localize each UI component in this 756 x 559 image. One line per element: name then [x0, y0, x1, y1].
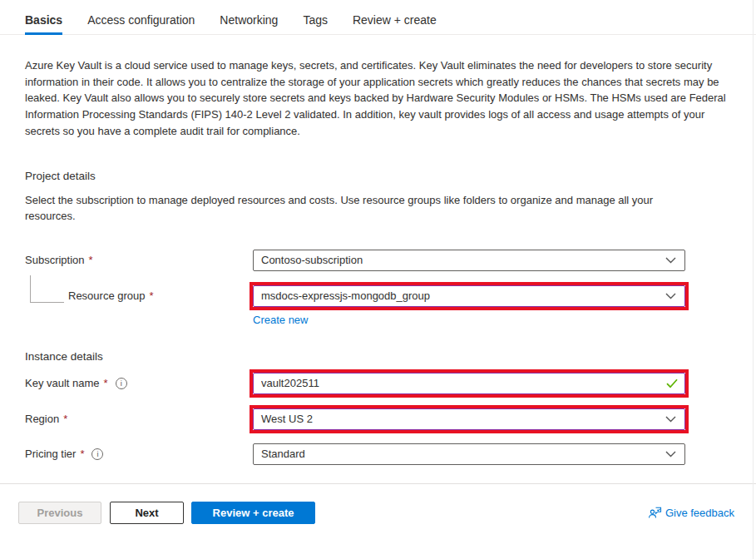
subscription-label: Subscription — [25, 254, 85, 266]
region-label-group: Region * — [25, 413, 250, 425]
region-row: Region * West US 2 — [25, 405, 756, 433]
annotation-highlight-region: West US 2 — [250, 405, 689, 433]
tab-tags[interactable]: Tags — [303, 13, 328, 34]
subscription-label-group: Subscription * — [25, 254, 250, 266]
chevron-down-icon — [665, 293, 676, 299]
annotation-highlight-key-vault-name — [250, 369, 689, 398]
instance-details-heading: Instance details — [25, 350, 756, 363]
required-asterisk: * — [80, 448, 84, 460]
resource-group-dropdown[interactable]: msdocs-expressjs-mongodb_group — [253, 285, 685, 307]
feedback-icon — [648, 507, 662, 519]
tab-review-create[interactable]: Review + create — [353, 13, 437, 34]
key-vault-name-label: Key vault name — [25, 377, 100, 389]
basics-form: Subscription * Contoso-subscription Reso… — [25, 250, 756, 465]
key-vault-name-label-group: Key vault name * i — [25, 377, 250, 389]
footer-bar: Previous Next Review + create Give feedb… — [18, 502, 734, 524]
region-value: West US 2 — [261, 413, 313, 425]
annotation-highlight-resource-group: msdocs-expressjs-mongodb_group — [250, 282, 689, 310]
footer-divider — [0, 483, 756, 484]
tab-bar: Basics Access configuration Networking T… — [0, 0, 756, 35]
region-dropdown[interactable]: West US 2 — [253, 408, 685, 430]
resource-group-row: Resource group * msdocs-expressjs-mongod… — [25, 282, 756, 310]
give-feedback-link[interactable]: Give feedback — [648, 507, 734, 519]
info-icon[interactable]: i — [116, 378, 127, 389]
chevron-down-icon — [665, 257, 676, 264]
subscription-row: Subscription * Contoso-subscription — [25, 250, 756, 271]
key-vault-name-row: Key vault name * i — [25, 369, 756, 398]
region-label: Region — [25, 413, 59, 425]
key-vault-name-input[interactable] — [253, 373, 685, 394]
required-asterisk: * — [63, 413, 67, 425]
window-edge — [753, 0, 754, 559]
subscription-value: Contoso-subscription — [261, 254, 363, 266]
subscription-dropdown[interactable]: Contoso-subscription — [253, 250, 685, 271]
resource-group-label-group: Resource group * — [25, 289, 250, 302]
resource-group-value: msdocs-expressjs-mongodb_group — [261, 289, 430, 302]
create-new-link[interactable]: Create new — [253, 314, 308, 326]
tab-networking[interactable]: Networking — [220, 13, 278, 34]
info-icon[interactable]: i — [91, 448, 103, 460]
required-asterisk: * — [104, 377, 108, 389]
next-button[interactable]: Next — [110, 502, 184, 524]
review-create-button[interactable]: Review + create — [191, 502, 315, 524]
chevron-down-icon — [665, 416, 676, 423]
pricing-tier-value: Standard — [261, 448, 305, 460]
required-asterisk: * — [150, 289, 154, 302]
previous-button[interactable]: Previous — [18, 502, 101, 524]
project-details-heading: Project details — [25, 170, 756, 182]
pricing-tier-label: Pricing tier — [25, 448, 76, 460]
resource-group-label: Resource group — [68, 289, 146, 302]
valid-check-icon — [666, 378, 678, 388]
tab-access-configuration[interactable]: Access configuration — [87, 13, 195, 34]
project-details-description: Select the subscription to manage deploy… — [25, 192, 690, 225]
pricing-tier-dropdown[interactable]: Standard — [253, 443, 685, 465]
pricing-tier-label-group: Pricing tier * i — [25, 448, 250, 460]
tab-basics[interactable]: Basics — [25, 13, 62, 35]
chevron-down-icon — [665, 451, 676, 458]
pricing-tier-row: Pricing tier * i Standard — [25, 443, 756, 465]
intro-text: Azure Key Vault is a cloud service used … — [25, 57, 734, 140]
required-asterisk: * — [89, 254, 93, 266]
give-feedback-label: Give feedback — [665, 507, 734, 519]
indent-connector-line — [30, 275, 64, 303]
